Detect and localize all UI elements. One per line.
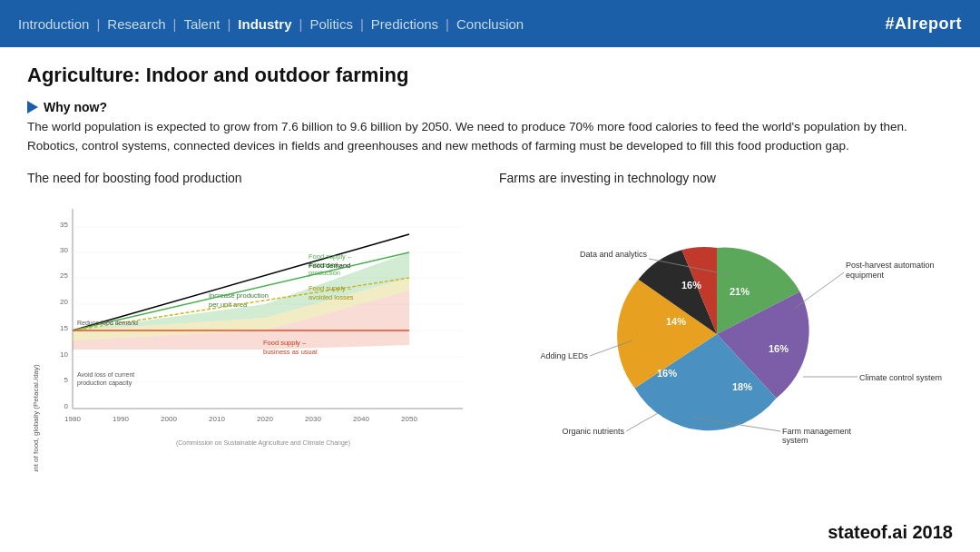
nav-items: Introduction | Research | Talent | Indus… — [18, 16, 524, 32]
label-data-analytics: Data and analytics — [580, 250, 648, 259]
nav-sep-1: | — [96, 16, 100, 32]
chart-left: The need for boosting food production Am… — [27, 171, 481, 472]
nav-sep-3: | — [227, 16, 230, 32]
svg-text:(Commission on Sustainable Agr: (Commission on Sustainable Agriculture a… — [176, 439, 350, 447]
svg-text:0: 0 — [64, 402, 69, 410]
svg-text:Reduce food demand: Reduce food demand — [77, 320, 138, 326]
pct-data-analytics: 21% — [730, 286, 750, 297]
svg-text:Food supply –: Food supply – — [309, 284, 352, 292]
label-adding-leds: Adding LEDs — [540, 351, 588, 360]
svg-text:2010: 2010 — [209, 415, 225, 423]
svg-text:system: system — [782, 436, 808, 445]
label-post-harvest: Post-harvest automation — [846, 261, 935, 270]
svg-text:10: 10 — [60, 350, 68, 359]
pct-climate-control: 18% — [732, 381, 752, 392]
main-content: Agriculture: Indoor and outdoor farming … — [0, 47, 980, 481]
line-chart-svg: Amount of food, globally (Petacal./day) … — [27, 191, 481, 472]
svg-text:2050: 2050 — [401, 415, 417, 423]
svg-text:Food supply –: Food supply – — [309, 252, 352, 261]
nav-sep-2: | — [173, 16, 177, 32]
svg-line-47 — [794, 272, 844, 309]
pie-chart-svg: 21% 16% 18% 16% 14% 16% Data and analyti… — [499, 191, 953, 472]
triangle-icon — [27, 101, 38, 113]
svg-line-52 — [626, 413, 658, 431]
label-farm-management: Farm management — [782, 427, 852, 436]
label-organic-nutrients: Organic nutrients — [562, 427, 624, 436]
svg-text:2030: 2030 — [305, 415, 321, 423]
pct-organic-nutrients: 14% — [666, 316, 686, 327]
nav-item-politics[interactable]: Politics — [309, 16, 353, 32]
svg-text:1990: 1990 — [113, 415, 129, 423]
svg-text:30: 30 — [60, 246, 68, 254]
charts-row: The need for boosting food production Am… — [27, 171, 953, 472]
svg-text:production capacity: production capacity — [77, 380, 132, 387]
nav-item-predictions[interactable]: Predictions — [371, 16, 438, 32]
chart-left-title: The need for boosting food production — [27, 171, 481, 185]
nav-hashtag: #AIreport — [885, 15, 962, 34]
pct-post-harvest: 16% — [769, 343, 789, 354]
pct-farm-management: 16% — [657, 368, 677, 379]
svg-text:2040: 2040 — [353, 415, 369, 423]
svg-text:25: 25 — [60, 271, 68, 280]
nav-item-industry[interactable]: Industry — [238, 16, 291, 32]
nav-sep-4: | — [299, 16, 303, 32]
pct-adding-leds: 16% — [681, 280, 701, 291]
line-chart-container: Amount of food, globally (Petacal./day) … — [27, 191, 481, 472]
svg-text:35: 35 — [60, 221, 68, 229]
svg-text:Food supply –: Food supply – — [263, 339, 307, 347]
y-axis-label: Amount of food, globally (Petacal./day) — [32, 364, 40, 472]
why-now-section: Why now? The world population is expecte… — [27, 100, 953, 156]
svg-text:business as usual: business as usual — [263, 348, 318, 356]
pie-container: 21% 16% 18% 16% 14% 16% Data and analyti… — [499, 191, 953, 472]
svg-text:avoided losses: avoided losses — [309, 293, 354, 301]
why-now-text: The world population is expected to grow… — [27, 118, 944, 156]
nav-item-conclusion[interactable]: Conclusion — [456, 16, 524, 32]
svg-text:5: 5 — [64, 376, 69, 384]
svg-text:2020: 2020 — [257, 415, 273, 423]
why-now-label: Why now? — [27, 100, 953, 114]
svg-text:1980: 1980 — [64, 415, 81, 423]
svg-text:production: production — [309, 269, 340, 277]
svg-text:increased: increased — [309, 261, 338, 269]
svg-text:equipment: equipment — [846, 271, 885, 280]
nav-sep-5: | — [360, 16, 364, 32]
page-title: Agriculture: Indoor and outdoor farming — [27, 64, 953, 87]
svg-text:Avoid loss of current: Avoid loss of current — [77, 371, 134, 378]
nav-sep-6: | — [446, 16, 449, 32]
chart-right-title: Farms are investing in technology now — [499, 171, 953, 185]
nav-item-introduction[interactable]: Introduction — [18, 16, 89, 32]
chart-right: Farms are investing in technology now — [499, 171, 953, 472]
svg-text:15: 15 — [60, 324, 68, 332]
svg-text:20: 20 — [60, 298, 68, 306]
label-climate-control: Climate control system — [859, 373, 942, 382]
nav-item-talent[interactable]: Talent — [183, 16, 220, 32]
nav-item-research[interactable]: Research — [107, 16, 165, 32]
svg-text:2000: 2000 — [161, 415, 177, 423]
footer: stateof.ai 2018 — [828, 522, 953, 543]
top-nav: Introduction | Research | Talent | Indus… — [0, 0, 980, 47]
